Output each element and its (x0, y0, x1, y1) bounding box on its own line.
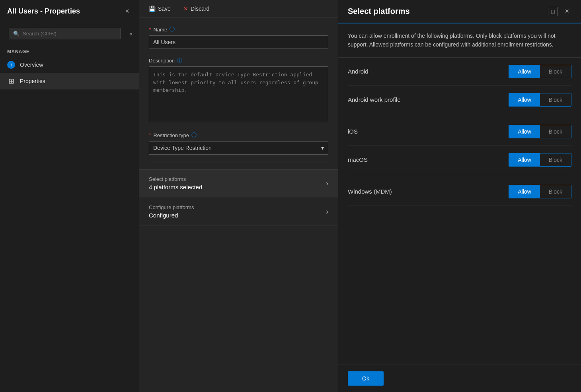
properties-icon: ⊞ (7, 77, 15, 85)
close-panel-button[interactable]: × (562, 6, 571, 16)
chevron-right-icon: › (326, 208, 328, 216)
configure-platforms-content: Configure platforms Configured (149, 204, 194, 219)
ok-button[interactable]: Ok (348, 371, 384, 386)
toggle-group-windows: Allow Block (509, 185, 571, 198)
description-textarea[interactable]: This is the default Device Type Restrict… (149, 66, 328, 122)
right-panel-description: You can allow enrollment of the followin… (338, 23, 581, 58)
configure-platforms-row[interactable]: Configure platforms Configured › (139, 198, 338, 225)
close-button[interactable]: × (123, 6, 132, 16)
maximize-button[interactable]: □ (548, 7, 558, 16)
platform-row-windows: Windows (MDM) Allow Block (348, 178, 571, 206)
sidebar-item-properties[interactable]: ⊞ Properties (0, 73, 139, 89)
android-block-button[interactable]: Block (540, 65, 571, 78)
panel-controls: □ × (548, 6, 571, 16)
search-input[interactable] (23, 31, 116, 37)
required-star: * (149, 132, 151, 138)
restriction-type-select-wrapper: Device Type Restriction ▾ (149, 141, 328, 155)
android-allow-button[interactable]: Allow (509, 65, 540, 78)
name-label: * Name ⓘ (149, 26, 328, 33)
restriction-type-field-group: * Restriction type ⓘ Device Type Restric… (149, 132, 328, 155)
toolbar: 💾 Save ✕ Discard (139, 0, 338, 18)
description-field-group: Description ⓘ This is the default Device… (149, 57, 328, 124)
manage-label: Manage (0, 44, 139, 57)
save-icon: 💾 (149, 6, 156, 12)
discard-button[interactable]: ✕ Discard (180, 4, 213, 14)
search-box: 🔍 (9, 28, 121, 39)
select-platforms-content: Select platforms 4 platforms selected (149, 176, 202, 190)
left-panel-header: All Users - Properties × (0, 0, 139, 23)
sidebar-item-label: Overview (20, 62, 43, 68)
platform-name-android: Android (348, 68, 368, 75)
chevron-down-icon: ▾ (321, 145, 324, 151)
configure-platforms-value: Configured (149, 212, 194, 219)
windows-block-button[interactable]: Block (540, 185, 571, 198)
ios-allow-button[interactable]: Allow (509, 125, 540, 138)
macos-block-button[interactable]: Block (540, 153, 571, 166)
chevron-right-icon: › (326, 179, 328, 188)
right-panel-footer: Ok (338, 365, 581, 392)
left-panel: All Users - Properties × 🔍 « Manage i Ov… (0, 0, 139, 392)
search-icon: 🔍 (13, 31, 19, 37)
toggle-group-android: Allow Block (509, 65, 571, 78)
right-panel-header: Select platforms □ × (338, 0, 581, 23)
form-area: * Name ⓘ Description ⓘ This is the defau… (139, 18, 338, 392)
required-star: * (149, 26, 151, 33)
select-platforms-title: Select platforms (149, 176, 202, 182)
restriction-type-select[interactable]: Device Type Restriction ▾ (149, 141, 328, 155)
name-input[interactable] (149, 35, 328, 49)
description-label: Description ⓘ (149, 57, 328, 64)
android-work-block-button[interactable]: Block (540, 93, 571, 106)
discard-icon: ✕ (183, 6, 188, 12)
name-field-group: * Name ⓘ (149, 26, 328, 49)
windows-allow-button[interactable]: Allow (509, 185, 540, 198)
platform-name-ios: iOS (348, 128, 358, 135)
platform-row-ios: iOS Allow Block (348, 118, 571, 146)
platform-name-android-work: Android work profile (348, 96, 401, 103)
ios-block-button[interactable]: Block (540, 125, 571, 138)
platform-separator-2 (348, 176, 571, 176)
middle-panel: 💾 Save ✕ Discard * Name ⓘ Description ⓘ … (139, 0, 338, 392)
right-panel-title: Select platforms (348, 7, 410, 16)
toggle-group-android-work: Allow Block (509, 93, 571, 107)
description-info-icon: ⓘ (177, 57, 182, 64)
info-icon: i (7, 61, 15, 69)
platform-name-windows: Windows (MDM) (348, 188, 392, 195)
left-panel-title: All Users - Properties (7, 7, 80, 16)
toggle-group-macos: Allow Block (509, 153, 571, 167)
configure-platforms-title: Configure platforms (149, 204, 194, 210)
save-button[interactable]: 💾 Save (146, 4, 174, 14)
restriction-type-info-icon: ⓘ (191, 132, 197, 139)
platform-separator (348, 116, 571, 116)
select-platforms-row[interactable]: Select platforms 4 platforms selected › (139, 169, 338, 197)
separator (149, 163, 328, 163)
sidebar-item-label: Properties (20, 78, 45, 84)
macos-allow-button[interactable]: Allow (509, 153, 540, 166)
platforms-list: Android Allow Block Android work profile… (338, 58, 581, 365)
platform-row-android-work: Android work profile Allow Block (348, 86, 571, 114)
right-panel: Select platforms □ × You can allow enrol… (338, 0, 581, 392)
platform-row-android: Android Allow Block (348, 58, 571, 86)
platform-row-macos: macOS Allow Block (348, 146, 571, 174)
sidebar-item-overview[interactable]: i Overview (0, 57, 139, 73)
android-work-allow-button[interactable]: Allow (509, 93, 540, 106)
restriction-type-label: * Restriction type ⓘ (149, 132, 328, 139)
collapse-button[interactable]: « (126, 29, 136, 39)
toggle-group-ios: Allow Block (509, 125, 571, 138)
name-info-icon: ⓘ (170, 26, 175, 33)
select-platforms-value: 4 platforms selected (149, 184, 202, 190)
platform-name-macos: macOS (348, 156, 368, 163)
